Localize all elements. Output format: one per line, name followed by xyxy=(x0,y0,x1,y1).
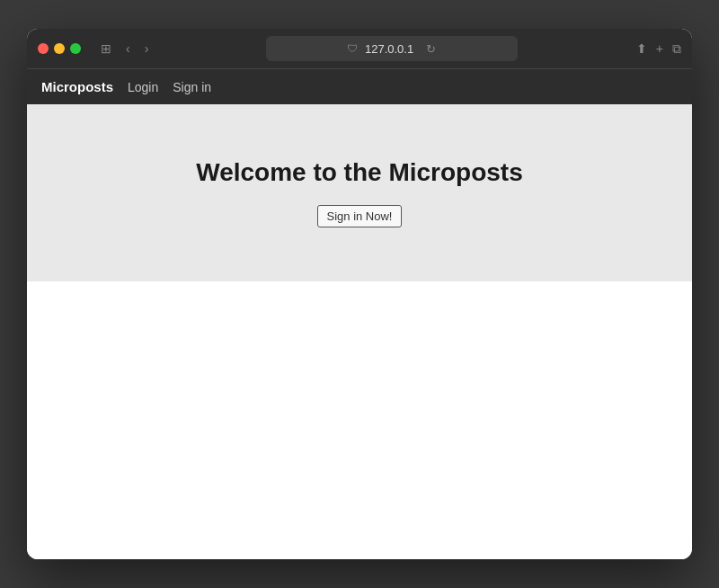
refresh-button[interactable]: ↻ xyxy=(426,42,436,56)
browser-actions: ⬆ + ⧉ xyxy=(636,41,681,57)
browser-titlebar: ⊞ ‹ › 🛡 127.0.0.1 ↻ ⬆ + ⧉ xyxy=(27,29,692,68)
navbar-login-link[interactable]: Login xyxy=(128,80,158,94)
navbar: Microposts Login Sign in xyxy=(27,68,692,104)
address-bar[interactable]: 🛡 127.0.0.1 ↻ xyxy=(266,36,518,61)
share-icon[interactable]: ⬆ xyxy=(636,41,647,56)
forward-button[interactable]: › xyxy=(139,40,155,57)
sidebar-toggle-button[interactable]: ⊞ xyxy=(95,40,117,57)
browser-window: ⊞ ‹ › 🛡 127.0.0.1 ↻ ⬆ + ⧉ Microposts Log… xyxy=(27,29,692,559)
sign-in-now-button[interactable]: Sign in Now! xyxy=(317,205,403,227)
navbar-brand[interactable]: Microposts xyxy=(41,79,113,94)
tabs-icon[interactable]: ⧉ xyxy=(672,41,681,57)
shield-icon: 🛡 xyxy=(347,42,358,55)
page-content: Welcome to the Microposts Sign in Now! xyxy=(27,104,692,559)
new-tab-icon[interactable]: + xyxy=(656,41,663,56)
minimize-button[interactable] xyxy=(54,43,65,54)
hero-title: Welcome to the Microposts xyxy=(45,158,674,187)
url-display: 127.0.0.1 xyxy=(365,42,413,56)
close-button[interactable] xyxy=(38,43,49,54)
hero-section: Welcome to the Microposts Sign in Now! xyxy=(27,104,692,281)
maximize-button[interactable] xyxy=(70,43,81,54)
navbar-signin-link[interactable]: Sign in xyxy=(173,80,211,94)
browser-controls: ⊞ ‹ › xyxy=(95,40,154,57)
back-button[interactable]: ‹ xyxy=(120,40,136,57)
main-content xyxy=(27,281,692,461)
traffic-lights xyxy=(38,43,81,54)
address-bar-container: 🛡 127.0.0.1 ↻ xyxy=(161,36,621,61)
